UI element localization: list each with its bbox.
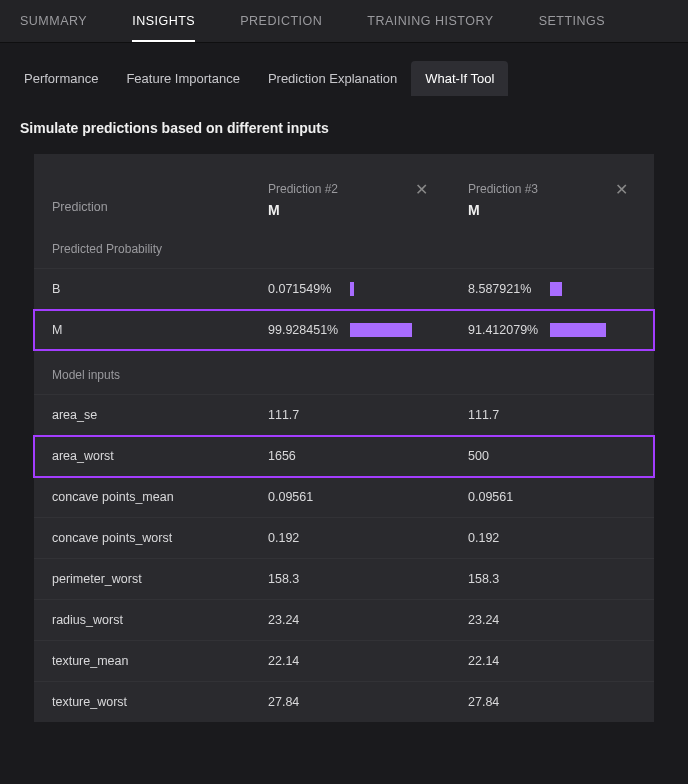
prob-m-col3: 91.412079% <box>454 310 654 351</box>
input-value: 23.24 <box>454 600 654 641</box>
prob-m-col2: 99.928451% <box>254 310 454 351</box>
input-value: 0.192 <box>454 518 654 559</box>
input-label: concave points_worst <box>34 518 254 559</box>
input-value: 23.24 <box>254 600 454 641</box>
input-value: 22.14 <box>254 641 454 682</box>
tab-training-history[interactable]: TRAINING HISTORY <box>367 0 493 42</box>
subtab-prediction-explanation[interactable]: Prediction Explanation <box>254 61 411 96</box>
input-label: radius_worst <box>34 600 254 641</box>
input-value: 158.3 <box>454 559 654 600</box>
input-value: 27.84 <box>454 682 654 723</box>
tab-insights[interactable]: INSIGHTS <box>132 0 195 42</box>
prob-b-col3: 8.587921% <box>454 269 654 310</box>
prediction-col-3-header: Prediction #3 M ✕ <box>454 164 654 224</box>
prob-bar <box>350 282 354 296</box>
class-m-label: M <box>34 310 254 351</box>
prob-bar <box>350 323 412 337</box>
whatif-table: Prediction Prediction #2 M ✕ Prediction … <box>34 164 654 722</box>
prediction-col-3-class: M <box>468 202 480 218</box>
prediction-col-2-class: M <box>268 202 280 218</box>
section-title: Simulate predictions based on different … <box>0 96 688 154</box>
close-icon[interactable]: ✕ <box>615 182 628 198</box>
prob-b-col2: 0.071549% <box>254 269 454 310</box>
model-inputs-label: Model inputs <box>34 350 254 395</box>
input-label: texture_worst <box>34 682 254 723</box>
input-label: texture_mean <box>34 641 254 682</box>
predicted-probability-label: Predicted Probability <box>34 224 254 269</box>
class-b-label: B <box>34 269 254 310</box>
input-value: 0.192 <box>254 518 454 559</box>
prediction-col-2-header: Prediction #2 M ✕ <box>254 164 454 224</box>
input-value: 0.09561 <box>254 477 454 518</box>
sub-tabs: Performance Feature Importance Predictio… <box>0 43 688 96</box>
subtab-performance[interactable]: Performance <box>10 61 112 96</box>
prediction-row-label: Prediction <box>34 164 254 224</box>
close-icon[interactable]: ✕ <box>415 182 428 198</box>
tab-settings[interactable]: SETTINGS <box>539 0 606 42</box>
tab-prediction[interactable]: PREDICTION <box>240 0 322 42</box>
subtab-what-if[interactable]: What-If Tool <box>411 61 508 96</box>
input-value: 500 <box>454 436 654 477</box>
input-value: 22.14 <box>454 641 654 682</box>
input-value: 1656 <box>254 436 454 477</box>
input-label: area_se <box>34 395 254 436</box>
prob-bar <box>550 282 562 296</box>
input-label: perimeter_worst <box>34 559 254 600</box>
prob-bar <box>550 323 606 337</box>
input-value: 111.7 <box>254 395 454 436</box>
input-value: 111.7 <box>454 395 654 436</box>
whatif-panel: Prediction Prediction #2 M ✕ Prediction … <box>34 154 654 722</box>
input-value: 0.09561 <box>454 477 654 518</box>
input-label: concave points_mean <box>34 477 254 518</box>
input-value: 158.3 <box>254 559 454 600</box>
top-tabs: SUMMARY INSIGHTS PREDICTION TRAINING HIS… <box>0 0 688 43</box>
input-value: 27.84 <box>254 682 454 723</box>
subtab-feature-importance[interactable]: Feature Importance <box>112 61 253 96</box>
input-label: area_worst <box>34 436 254 477</box>
tab-summary[interactable]: SUMMARY <box>20 0 87 42</box>
